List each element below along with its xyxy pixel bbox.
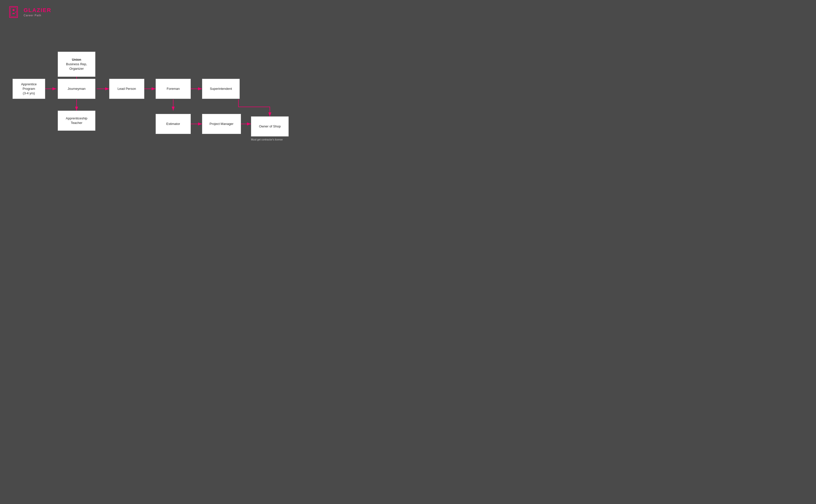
contractor-note: Must get contractor's license <box>251 138 283 141</box>
svg-rect-0 <box>10 7 18 18</box>
at-line2: Teacher <box>66 121 87 125</box>
node-estimator: Estimator <box>156 114 191 134</box>
career-path-diagram: Union Business Rep, Organizer Apprentice… <box>0 27 326 197</box>
node-union: Union Business Rep, Organizer <box>58 52 95 77</box>
foreman-label: Foreman <box>167 87 180 91</box>
logo-icon <box>6 5 21 20</box>
node-apprenticeship-teacher: Apprenticeship Teacher <box>58 111 95 131</box>
node-journeyman: Journeyman <box>58 79 95 99</box>
svg-point-2 <box>13 9 15 11</box>
estimator-label: Estimator <box>166 122 180 126</box>
node-project-manager: Project Manager <box>202 114 241 134</box>
node-foreman: Foreman <box>156 79 191 99</box>
union-label-line3: Organizer <box>66 66 87 71</box>
logo-text-block: GLAZIER Career Path <box>24 7 51 17</box>
lead-person-label: Lead Person <box>117 87 136 91</box>
superintendent-label: Superintendent <box>210 87 232 91</box>
header: GLAZIER Career Path <box>0 0 326 24</box>
arrows-svg <box>0 27 326 197</box>
owner-of-shop-label: Owner of Shop <box>259 124 281 129</box>
node-owner-of-shop: Owner of Shop <box>251 116 289 136</box>
ap-line2: Program <box>21 87 37 91</box>
node-superintendent: Superintendent <box>202 79 240 99</box>
union-label-bold: Union <box>66 57 87 62</box>
project-manager-label: Project Manager <box>209 122 233 126</box>
journeyman-label: Journeyman <box>67 87 86 91</box>
ap-line3: (3-4 yrs) <box>21 91 37 96</box>
at-line1: Apprenticeship <box>66 116 87 121</box>
logo-title: GLAZIER <box>24 7 51 14</box>
svg-line-3 <box>15 12 17 13</box>
node-apprentice-program: Apprentice Program (3-4 yrs) <box>13 79 45 99</box>
node-lead-person: Lead Person <box>109 79 144 99</box>
logo-subtitle: Career Path <box>24 14 51 17</box>
union-label-line2: Business Rep, <box>66 62 87 66</box>
ap-line1: Apprentice <box>21 82 37 87</box>
